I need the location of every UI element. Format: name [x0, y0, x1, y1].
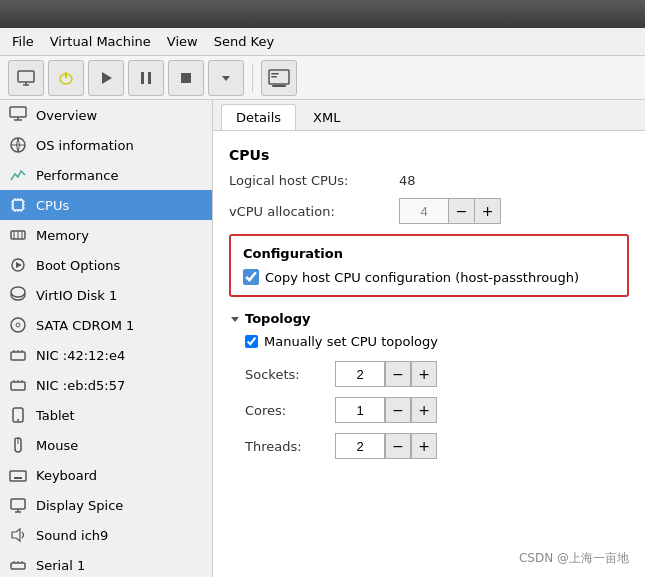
copy-host-row: Copy host CPU configuration (host-passth… [243, 269, 615, 285]
sidebar-label-nic-42: NIC :42:12:e4 [36, 348, 125, 363]
sidebar-item-performance[interactable]: Performance [0, 160, 212, 190]
copy-host-label: Copy host CPU configuration (host-passth… [265, 270, 579, 285]
svg-point-39 [11, 287, 25, 297]
topology-collapse-icon [229, 313, 241, 325]
console-button[interactable] [261, 60, 297, 96]
threads-decrement-button[interactable]: − [385, 433, 411, 459]
svg-rect-59 [11, 499, 25, 509]
cores-spinners: − + [385, 397, 437, 423]
manually-set-checkbox[interactable] [245, 335, 258, 348]
vcpu-row: vCPU allocation: − + [229, 198, 629, 224]
sidebar-item-boot-options[interactable]: Boot Options [0, 250, 212, 280]
menu-send-key[interactable]: Send Key [206, 30, 282, 53]
boot-icon [8, 255, 28, 275]
main-area: Overview OS information Performance CPUs [0, 100, 645, 577]
threads-spinners: − + [385, 433, 437, 459]
vcpu-input[interactable] [399, 198, 449, 224]
toolbar-separator [252, 64, 253, 92]
svg-rect-12 [271, 73, 279, 75]
pause-button[interactable] [128, 60, 164, 96]
sidebar-item-tablet[interactable]: Tablet [0, 400, 212, 430]
svg-rect-42 [11, 352, 25, 360]
cores-label: Cores: [245, 403, 335, 418]
disk-icon [8, 285, 28, 305]
sidebar-item-nic-eb[interactable]: NIC :eb:d5:57 [0, 370, 212, 400]
sidebar-item-serial[interactable]: Serial 1 [0, 550, 212, 577]
keyboard-icon [8, 465, 28, 485]
threads-input[interactable] [335, 433, 385, 459]
sidebar-item-virtio-disk[interactable]: VirtIO Disk 1 [0, 280, 212, 310]
sidebar-label-cpus: CPUs [36, 198, 69, 213]
stop-button[interactable] [168, 60, 204, 96]
serial-icon [8, 555, 28, 575]
svg-rect-63 [11, 563, 25, 569]
sidebar-item-nic-42[interactable]: NIC :42:12:e4 [0, 340, 212, 370]
sockets-increment-button[interactable]: + [411, 361, 437, 387]
svg-marker-37 [16, 262, 22, 268]
mouse-icon [8, 435, 28, 455]
sockets-row: Sockets: − + [229, 361, 629, 387]
svg-marker-68 [231, 317, 239, 322]
sidebar-item-cpus[interactable]: CPUs [0, 190, 212, 220]
sidebar-item-overview[interactable]: Overview [0, 100, 212, 130]
topology-header[interactable]: Topology [229, 311, 629, 326]
copy-host-checkbox[interactable] [243, 269, 259, 285]
sidebar-label-sata: SATA CDROM 1 [36, 318, 134, 333]
sound-icon [8, 525, 28, 545]
sidebar-item-sata-cdrom[interactable]: SATA CDROM 1 [0, 310, 212, 340]
sockets-decrement-button[interactable]: − [385, 361, 411, 387]
vcpu-decrement-button[interactable]: − [449, 198, 475, 224]
dropdown-button[interactable] [208, 60, 244, 96]
sidebar-item-mouse[interactable]: Mouse [0, 430, 212, 460]
performance-icon [8, 165, 28, 185]
titlebar [0, 0, 645, 28]
sidebar: Overview OS information Performance CPUs [0, 100, 213, 577]
menu-file[interactable]: File [4, 30, 42, 53]
config-title: Configuration [243, 246, 615, 261]
svg-rect-8 [181, 73, 191, 83]
toolbar [0, 56, 645, 100]
menu-virtual-machine[interactable]: Virtual Machine [42, 30, 159, 53]
sidebar-item-sound[interactable]: Sound ich9 [0, 520, 212, 550]
logical-cpus-value: 48 [399, 173, 416, 188]
sidebar-label-performance: Performance [36, 168, 118, 183]
svg-rect-6 [141, 72, 144, 84]
threads-row: Threads: − + [229, 433, 629, 459]
content-body: CPUs Logical host CPUs: 48 vCPU allocati… [213, 131, 645, 577]
threads-label: Threads: [245, 439, 335, 454]
manually-set-row: Manually set CPU topology [245, 334, 629, 349]
sidebar-item-display-spice[interactable]: Display Spice [0, 490, 212, 520]
svg-marker-9 [222, 76, 230, 81]
logical-cpus-row: Logical host CPUs: 48 [229, 173, 629, 188]
sidebar-item-os-information[interactable]: OS information [0, 130, 212, 160]
sidebar-item-memory[interactable]: Memory [0, 220, 212, 250]
power-button[interactable] [48, 60, 84, 96]
sidebar-item-keyboard[interactable]: Keyboard [0, 460, 212, 490]
vcpu-label: vCPU allocation: [229, 204, 399, 219]
sidebar-label-memory: Memory [36, 228, 89, 243]
sockets-spinners: − + [385, 361, 437, 387]
svg-rect-46 [11, 382, 25, 390]
tab-xml[interactable]: XML [298, 104, 355, 130]
svg-point-40 [11, 318, 25, 332]
sockets-input[interactable] [335, 361, 385, 387]
manually-set-label: Manually set CPU topology [264, 334, 438, 349]
tab-details[interactable]: Details [221, 104, 296, 130]
watermark: CSDN @上海一亩地 [519, 550, 629, 567]
vcpu-increment-button[interactable]: + [475, 198, 501, 224]
cores-input[interactable] [335, 397, 385, 423]
cores-increment-button[interactable]: + [411, 397, 437, 423]
svg-point-51 [17, 419, 19, 421]
sidebar-label-virtio: VirtIO Disk 1 [36, 288, 117, 303]
menubar: File Virtual Machine View Send Key [0, 28, 645, 56]
threads-increment-button[interactable]: + [411, 433, 437, 459]
cores-decrement-button[interactable]: − [385, 397, 411, 423]
monitor-button[interactable] [8, 60, 44, 96]
nic-42-icon [8, 345, 28, 365]
display-icon [8, 495, 28, 515]
tablet-icon [8, 405, 28, 425]
os-icon [8, 135, 28, 155]
menu-view[interactable]: View [159, 30, 206, 53]
sidebar-label-display: Display Spice [36, 498, 123, 513]
play-button[interactable] [88, 60, 124, 96]
